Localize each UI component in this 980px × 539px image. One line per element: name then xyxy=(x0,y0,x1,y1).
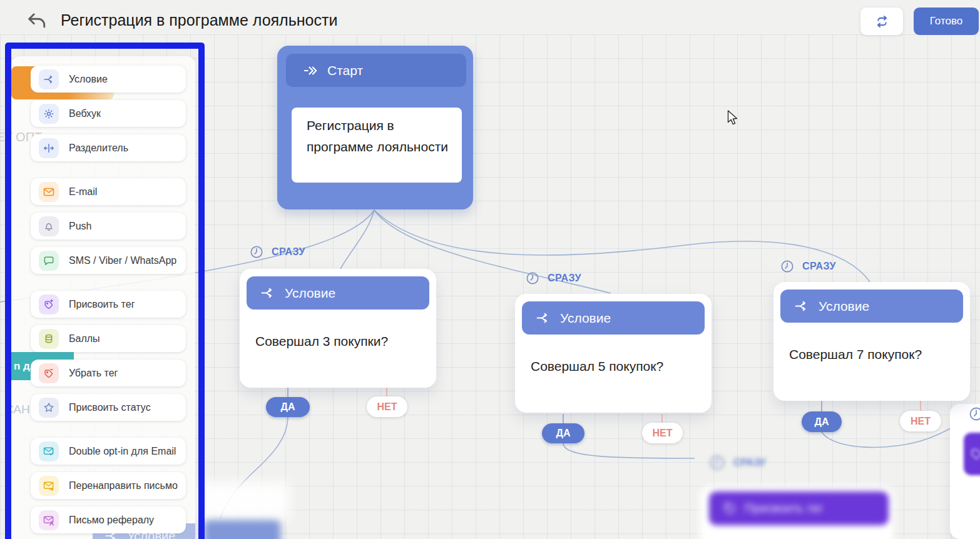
right-edge-purple-node xyxy=(964,433,980,475)
envelope-check-icon xyxy=(39,441,59,461)
done-button[interactable]: Готово xyxy=(914,8,979,35)
yes-pill-3[interactable]: ДА xyxy=(802,411,842,432)
clock-icon xyxy=(526,271,539,285)
envelope-person-icon xyxy=(39,510,59,530)
condition-node-title: Условие xyxy=(560,311,611,326)
condition-node-2[interactable]: Условие Совершал 5 покупок? xyxy=(515,294,712,413)
delay-label: СРАЗУ xyxy=(802,261,836,272)
coins-icon xyxy=(39,329,59,349)
sidebar-item-assign-status[interactable]: Присвоить статус xyxy=(31,394,186,421)
sidebar-item-double-opt-in[interactable]: Double opt-in для Email xyxy=(31,438,186,465)
sidebar-item-label: SMS / Viber / WhatsApp xyxy=(69,255,176,266)
delay-chip-2[interactable]: СРАЗУ xyxy=(526,271,581,285)
sidebar-item-remove-tag[interactable]: Убрать тег xyxy=(31,360,186,386)
branch-icon xyxy=(535,310,551,326)
sidebar-item-webhook[interactable]: Вебхук xyxy=(31,100,186,127)
sidebar-item-points[interactable]: Баллы xyxy=(31,325,186,352)
sidebar-item-label: Баллы xyxy=(69,333,100,345)
sidebar-item-label: Разделитель xyxy=(69,143,128,154)
condition-node-3[interactable]: Условие Совершал 7 покупок? xyxy=(773,282,970,401)
sidebar-item-sms-viber-whatsapp[interactable]: SMS / Viber / WhatsApp xyxy=(31,247,186,274)
sidebar-item-push[interactable]: Push xyxy=(31,213,186,239)
edge-yes3-to-right-node xyxy=(822,416,971,447)
sidebar-item-label: Присвоить тег xyxy=(69,299,135,310)
delay-label: СРАЗУ xyxy=(548,273,581,284)
envelope-forward-icon xyxy=(39,476,59,496)
sidebar-item-label: Убрать тег xyxy=(69,368,118,379)
right-edge-clock-icon xyxy=(969,406,980,421)
condition-node-title: Условие xyxy=(819,299,869,314)
gear-icon xyxy=(39,104,59,124)
sidebar-item-label: Вебхук xyxy=(69,108,101,119)
sidebar-item-label: Double opt-in для Email xyxy=(69,446,176,457)
delay-chip-3[interactable]: СРАЗУ xyxy=(780,259,836,273)
branch-icon xyxy=(794,298,809,314)
condition-node-1[interactable]: Условие Совершал 3 покупки? xyxy=(240,269,436,388)
blurred-card-fragment xyxy=(196,481,290,520)
start-node-description: Регистрация в программе лояльности xyxy=(292,108,462,183)
delay-chip-1[interactable]: СРАЗУ xyxy=(250,245,305,259)
bell-icon xyxy=(39,216,59,236)
start-arrow-icon xyxy=(302,63,319,79)
tag-icon xyxy=(723,501,737,515)
blurred-delay-label: СРАЗУ xyxy=(733,457,766,468)
sidebar-item-forward-email[interactable]: Перенаправить письмо xyxy=(31,472,186,499)
no-pill-3[interactable]: НЕТ xyxy=(900,411,941,431)
sidebar-item-referral-email[interactable]: Письмо рефералу xyxy=(31,506,186,533)
sidebar-item-email[interactable]: E-mail xyxy=(31,178,186,205)
back-button[interactable] xyxy=(25,10,48,33)
no-pill-1[interactable]: НЕТ xyxy=(367,396,407,417)
tag-minus-icon xyxy=(39,363,59,383)
sidebar-item-label: Письмо рефералу xyxy=(69,515,154,526)
no-pill-2[interactable]: НЕТ xyxy=(642,423,683,443)
sidebar-item-divider[interactable]: Разделитель xyxy=(31,134,186,161)
star-icon xyxy=(39,398,59,418)
start-node-title: Старт xyxy=(327,63,363,78)
sync-button[interactable] xyxy=(860,8,903,35)
blurred-clock-icon xyxy=(709,455,725,471)
tag-icon xyxy=(970,448,980,460)
blurred-assign-tag-node: Присвоить тег xyxy=(709,491,889,525)
page-title: Регистрация в программе лояльности xyxy=(61,11,337,29)
branch-icon xyxy=(260,285,275,301)
clock-icon xyxy=(250,245,263,259)
sidebar-item-label: Условие xyxy=(69,74,108,85)
clock-icon xyxy=(780,259,794,273)
sidebar-item-assign-tag[interactable]: Присвоить тег xyxy=(31,291,186,318)
start-node[interactable]: Старт Регистрация в программе лояльности xyxy=(277,46,473,209)
delay-label: СРАЗУ xyxy=(272,246,305,258)
envelope-icon xyxy=(39,182,59,202)
blurred-node-title: Присвоить тег xyxy=(745,501,823,515)
yes-pill-1[interactable]: ДА xyxy=(266,397,310,417)
condition-node-header: Условие xyxy=(247,276,429,310)
split-arrows-icon xyxy=(39,138,59,158)
sidebar-item-label: Перенаправить письмо xyxy=(69,480,178,491)
blurred-condition-header-fragment xyxy=(204,520,280,539)
sync-icon xyxy=(874,13,891,30)
yes-pill-2[interactable]: ДА xyxy=(542,423,584,443)
edge-yes2-to-blurred-node xyxy=(563,443,695,458)
condition-node-title: Условие xyxy=(285,286,335,301)
sidebar-item-label: Присвоить статус xyxy=(69,402,151,413)
chat-bubble-icon xyxy=(39,251,59,271)
branch-icon xyxy=(39,69,59,89)
mouse-cursor xyxy=(727,110,741,126)
condition-node-header: Условие xyxy=(522,301,705,335)
edge-start-to-cond1 xyxy=(340,210,374,269)
condition-node-header: Условие xyxy=(780,290,963,323)
tag-plus-icon xyxy=(39,295,59,315)
sidebar-item-label: Push xyxy=(69,221,91,232)
condition-question: Совершал 5 покупок? xyxy=(531,359,663,374)
sidebar-item-condition[interactable]: Условие xyxy=(31,66,186,93)
condition-question: Совершал 3 покупки? xyxy=(255,334,388,349)
back-icon xyxy=(25,10,48,33)
start-node-header: Старт xyxy=(286,54,466,87)
sidebar-item-label: E-mail xyxy=(69,186,97,198)
condition-question: Совершал 7 покупок? xyxy=(789,347,922,362)
